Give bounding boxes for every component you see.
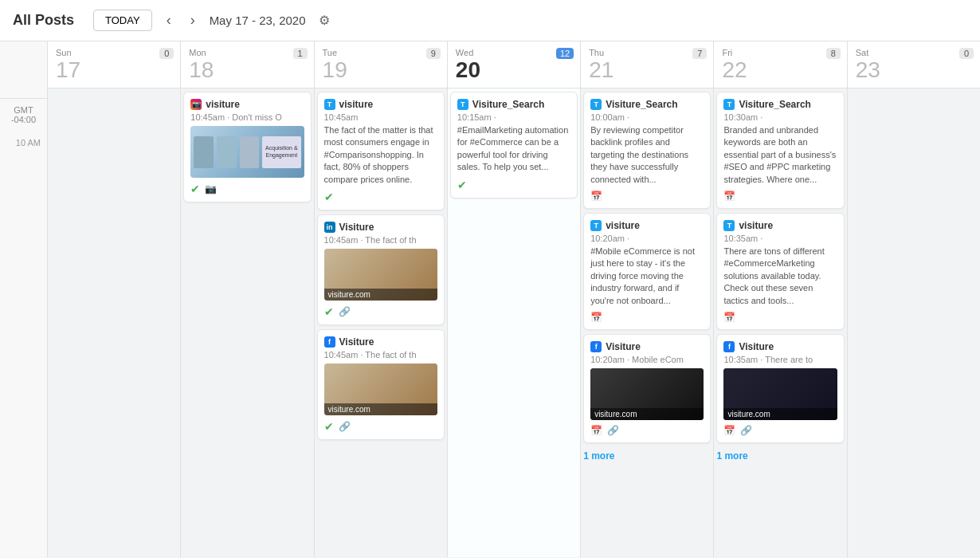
twitter-icon: T — [723, 220, 735, 231]
post-card[interactable]: T Visiture_Search 10:15am · #EmailMarket… — [450, 92, 578, 198]
calendar-icon: 📅 — [723, 191, 735, 202]
card-footer: 📅 — [723, 312, 837, 323]
linkedin-icon: in — [324, 222, 335, 233]
post-card[interactable]: f Visiture 10:35am · There are to visitu… — [716, 334, 844, 443]
day-name-fri: Fri — [722, 48, 732, 57]
day-headers: Sun 17 0 Mon 18 1 Tue 19 9 Wed 20 12 — [48, 41, 980, 88]
day-num-wed: 20 — [456, 59, 480, 81]
day-name-thu: Thu — [589, 48, 604, 57]
account-name: Visiture — [339, 222, 374, 233]
day-header-wed: Wed 20 12 — [448, 41, 581, 88]
check-icon: ✔ — [324, 305, 334, 318]
card-footer: ✔ — [324, 191, 437, 203]
card-header: T visiture — [324, 99, 437, 110]
day-num-sun: 17 — [56, 59, 80, 81]
card-header: T visiture — [723, 220, 837, 231]
post-image: visiture.com — [324, 249, 437, 301]
day-header-fri: Fri 22 8 — [714, 41, 847, 88]
twitter-icon: T — [723, 99, 735, 110]
calendar-icon: 📅 — [723, 425, 735, 436]
post-count-mon: 1 — [293, 48, 308, 59]
account-name: Visiture_Search — [606, 99, 678, 110]
today-button[interactable]: TODAY — [93, 10, 152, 31]
post-time: 10:00am · — [590, 112, 704, 122]
post-card[interactable]: T Visiture_Search 10:30am · Branded and … — [716, 92, 844, 209]
day-col-wed: T Visiture_Search 10:15am · #EmailMarket… — [448, 88, 581, 557]
account-name: visiture — [339, 99, 374, 110]
more-link[interactable]: 1 more — [583, 447, 711, 465]
account-name: Visiture_Search — [739, 99, 811, 110]
day-header-thu: Thu 21 7 — [581, 41, 714, 88]
facebook-icon: f — [324, 336, 335, 348]
account-name: visiture — [206, 99, 240, 110]
day-col-thu: T Visiture_Search 10:00am · By reviewing… — [581, 88, 714, 557]
post-time: 10:15am · — [457, 112, 570, 122]
day-col-mon: 📷 visiture 10:45am · Don't miss O Acquis… — [181, 88, 314, 557]
post-card[interactable]: f Visiture 10:20am · Mobile eCom visitur… — [583, 334, 711, 443]
post-image: visiture.com — [590, 368, 704, 420]
link-icon: 🔗 — [339, 306, 351, 317]
post-card[interactable]: T Visiture_Search 10:00am · By reviewing… — [583, 92, 711, 209]
post-count-sat: 0 — [959, 48, 974, 59]
post-count-tue: 9 — [426, 48, 441, 59]
card-header: in Visiture — [324, 222, 437, 233]
more-link[interactable]: 1 more — [716, 447, 844, 465]
calendar-icon: 📅 — [723, 312, 735, 323]
post-time: 10:45am · The fact of th — [324, 350, 437, 360]
card-header: T visiture — [590, 220, 704, 231]
day-col-sun — [48, 88, 181, 557]
prev-week-button[interactable]: ‹ — [162, 10, 176, 30]
day-name-tue: Tue — [323, 48, 338, 57]
post-image: visiture.com — [324, 363, 437, 415]
link-icon: 🔗 — [607, 425, 619, 436]
post-image: Acquisition &Engagement — [190, 126, 304, 178]
card-footer: ✔ 📷 — [190, 183, 304, 195]
twitter-icon: T — [590, 220, 602, 231]
post-time: 10:35am · — [723, 234, 837, 243]
post-content: There are tons of different #eCommerceMa… — [723, 246, 837, 307]
instagram-icon: 📷 — [190, 99, 202, 110]
post-content: By reviewing competitor backlink profile… — [590, 124, 704, 186]
post-count-fri: 8 — [826, 48, 841, 59]
check-icon: ✔ — [324, 191, 334, 203]
day-header-mon: Mon 18 1 — [181, 41, 314, 88]
day-name-sun: Sun — [56, 48, 72, 57]
next-week-button[interactable]: › — [186, 10, 200, 30]
card-header: 📷 visiture — [190, 99, 304, 110]
post-content: #Mobile eCommerce is not just here to st… — [590, 246, 704, 307]
post-card[interactable]: in Visiture 10:45am · The fact of th vis… — [317, 214, 445, 325]
day-name-sat: Sat — [856, 48, 869, 57]
card-header: f Visiture — [590, 341, 704, 352]
link-icon: 🔗 — [339, 421, 351, 432]
post-card[interactable]: 📷 visiture 10:45am · Don't miss O Acquis… — [183, 92, 311, 202]
day-header-sat: Sat 23 0 — [848, 41, 980, 88]
account-name: visiture — [606, 220, 640, 231]
post-image: visiture.com — [723, 368, 837, 420]
post-count-wed: 12 — [556, 48, 574, 59]
twitter-icon: T — [324, 99, 335, 110]
card-header: f Visiture — [723, 341, 837, 352]
day-num-fri: 22 — [722, 59, 747, 81]
card-footer: 📅 — [723, 191, 837, 202]
twitter-icon: T — [457, 99, 468, 110]
card-header: T Visiture_Search — [590, 99, 704, 110]
post-card[interactable]: T visiture 10:35am · There are tons of d… — [716, 213, 844, 330]
card-footer: 📅 — [590, 191, 704, 202]
app-header: All Posts TODAY ‹ › May 17 - 23, 2020 ⚙ — [0, 0, 980, 41]
post-time: 10:45am · The fact of th — [324, 235, 437, 245]
card-footer: 📅 — [590, 312, 704, 323]
post-card[interactable]: T visiture 10:45am The fact of the matte… — [317, 92, 445, 210]
day-col-sat — [848, 88, 980, 557]
post-card[interactable]: f Visiture 10:45am · The fact of th visi… — [317, 329, 445, 440]
day-col-fri: T Visiture_Search 10:30am · Branded and … — [714, 88, 847, 557]
settings-icon[interactable]: ⚙ — [319, 13, 330, 28]
day-num-sat: 23 — [856, 59, 880, 81]
card-footer: ✔ 🔗 — [324, 420, 437, 433]
gmt-header — [0, 41, 47, 99]
gmt-column: GMT-04:00 10 AM — [0, 41, 48, 557]
gmt-label: GMT-04:00 — [0, 99, 47, 131]
check-icon: ✔ — [190, 183, 200, 195]
post-count-thu: 7 — [692, 48, 707, 59]
card-footer: 📅 🔗 — [723, 425, 837, 436]
post-card[interactable]: T visiture 10:20am · #Mobile eCommerce i… — [583, 213, 711, 330]
